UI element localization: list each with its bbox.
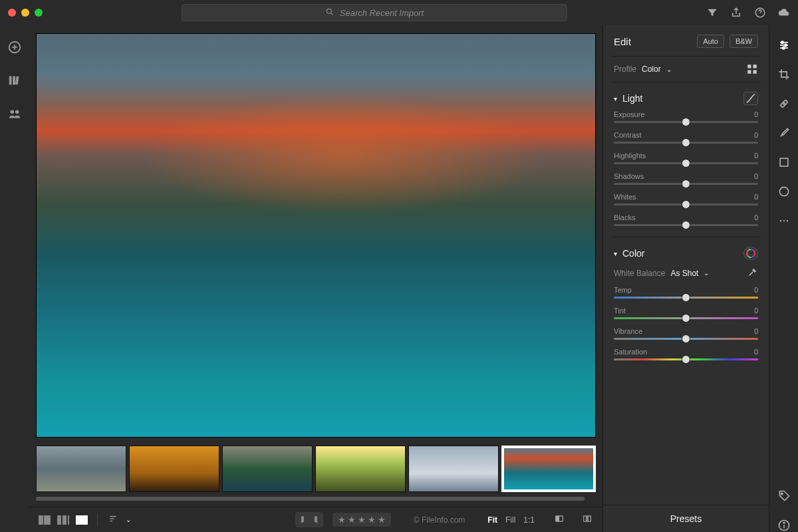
search-input[interactable]: Search Recent Import: [182, 4, 567, 21]
filter-icon[interactable]: [706, 7, 718, 19]
slider-track[interactable]: [614, 121, 758, 123]
crop-tool-icon[interactable]: [777, 68, 791, 81]
slider-label: Contrast: [614, 131, 642, 139]
slider-value: 0: [754, 152, 758, 160]
chevron-down-icon[interactable]: ⌄: [704, 269, 709, 277]
profile-browser-icon[interactable]: [746, 63, 758, 75]
chevron-down-icon[interactable]: ⌄: [666, 66, 672, 73]
slider-value: 0: [754, 110, 758, 118]
tone-curve-icon[interactable]: [743, 92, 758, 105]
brush-tool-icon[interactable]: [777, 126, 791, 140]
thumbnail[interactable]: [36, 446, 126, 492]
keywords-icon[interactable]: [777, 489, 791, 503]
slider-knob[interactable]: [682, 293, 690, 302]
zoom-fit[interactable]: Fit: [487, 515, 497, 525]
flag-pick-icon[interactable]: [299, 514, 309, 525]
slider-knob[interactable]: [682, 200, 690, 209]
slider-knob[interactable]: [682, 159, 690, 168]
star-icon[interactable]: ★: [338, 515, 346, 525]
svg-rect-15: [584, 516, 587, 521]
sort-icon[interactable]: [107, 514, 119, 525]
slider-track[interactable]: [614, 297, 758, 299]
star-icon[interactable]: ★: [358, 515, 366, 525]
grid-view-icon[interactable]: [39, 515, 51, 525]
radial-gradient-icon[interactable]: [777, 185, 791, 198]
slider-knob[interactable]: [682, 334, 690, 343]
flag-reject-icon[interactable]: [310, 514, 319, 525]
photo-canvas[interactable]: [29, 25, 602, 442]
thumbnail[interactable]: [129, 446, 219, 492]
minimize-window-button[interactable]: [21, 9, 29, 17]
bw-button[interactable]: B&W: [730, 35, 758, 48]
chevron-down-icon[interactable]: ⌄: [126, 516, 131, 523]
svg-point-26: [781, 41, 783, 43]
slider-knob[interactable]: [682, 138, 690, 147]
slider-track[interactable]: [614, 162, 758, 164]
presets-button[interactable]: Presets: [603, 505, 769, 532]
slider-knob[interactable]: [682, 355, 690, 364]
filmstrip-scrollbar[interactable]: [36, 495, 596, 503]
close-window-button[interactable]: [8, 9, 16, 17]
thumbnail[interactable]: [222, 446, 313, 492]
slider-label: Temp: [614, 286, 632, 294]
slider-knob[interactable]: [682, 180, 690, 188]
healing-tool-icon[interactable]: [777, 97, 791, 110]
eyedropper-icon[interactable]: [747, 267, 758, 279]
zoom-fill[interactable]: Fill: [505, 515, 515, 525]
more-icon[interactable]: [777, 214, 791, 227]
flag-buttons[interactable]: [295, 512, 323, 527]
zoom-1to1[interactable]: 1:1: [523, 515, 535, 525]
profile-value[interactable]: Color: [642, 65, 661, 74]
slider-value: 0: [754, 307, 758, 315]
info-icon[interactable]: [777, 519, 791, 532]
svg-rect-32: [780, 158, 788, 166]
star-icon[interactable]: ★: [348, 515, 356, 525]
svg-point-22: [747, 249, 755, 257]
color-mixer-icon[interactable]: [743, 247, 758, 260]
slider-track[interactable]: [614, 183, 758, 185]
cloud-icon[interactable]: [778, 7, 790, 19]
slider-track[interactable]: [614, 358, 758, 360]
auto-button[interactable]: Auto: [697, 35, 724, 48]
slider-row: Contrast0: [614, 130, 758, 150]
chevron-down-icon: ▾: [614, 95, 617, 102]
slider-label: Exposure: [614, 110, 644, 118]
slider-track[interactable]: [614, 338, 758, 340]
linear-gradient-icon[interactable]: [777, 156, 791, 169]
white-balance-value[interactable]: As Shot: [670, 269, 698, 278]
my-photos-icon[interactable]: [7, 73, 22, 88]
rating-stars[interactable]: ★ ★ ★ ★ ★: [332, 513, 391, 527]
search-placeholder: Search Recent Import: [340, 8, 424, 18]
star-icon[interactable]: ★: [368, 515, 376, 525]
watermark-text: © FileInfo.com: [414, 515, 466, 525]
slider-track[interactable]: [614, 203, 758, 205]
light-section-toggle[interactable]: ▾ Light: [614, 88, 758, 109]
slider-row: Saturation0: [614, 346, 758, 367]
share-icon[interactable]: [730, 7, 742, 19]
detail-view-icon[interactable]: [76, 515, 88, 525]
show-original-icon[interactable]: [553, 514, 565, 525]
slider-knob[interactable]: [682, 221, 690, 229]
thumbnail[interactable]: [315, 446, 406, 492]
section-title: Color: [622, 248, 738, 259]
thumbnail[interactable]: [408, 446, 499, 492]
compare-icon[interactable]: [581, 514, 593, 525]
light-section: ▾ Light Exposure0 Contrast0 Highlights0 …: [603, 82, 769, 237]
slider-knob[interactable]: [682, 314, 690, 323]
slider-label: Vibrance: [614, 327, 642, 335]
help-icon[interactable]: [754, 7, 766, 19]
slider-track[interactable]: [614, 142, 758, 144]
color-section-toggle[interactable]: ▾ Color: [614, 243, 758, 264]
edit-tool-icon[interactable]: [777, 39, 791, 52]
slider-track[interactable]: [614, 317, 758, 319]
slider-knob[interactable]: [682, 118, 690, 126]
fullscreen-window-button[interactable]: [35, 9, 43, 17]
slider-row: Highlights0: [614, 150, 758, 171]
sharing-icon[interactable]: [7, 106, 22, 121]
add-photos-icon[interactable]: [7, 40, 22, 55]
slider-track[interactable]: [614, 224, 758, 226]
thumbnail-selected[interactable]: [501, 446, 596, 492]
star-icon[interactable]: ★: [378, 515, 386, 525]
slider-label: Shadows: [614, 172, 644, 180]
square-grid-icon[interactable]: [57, 515, 69, 525]
